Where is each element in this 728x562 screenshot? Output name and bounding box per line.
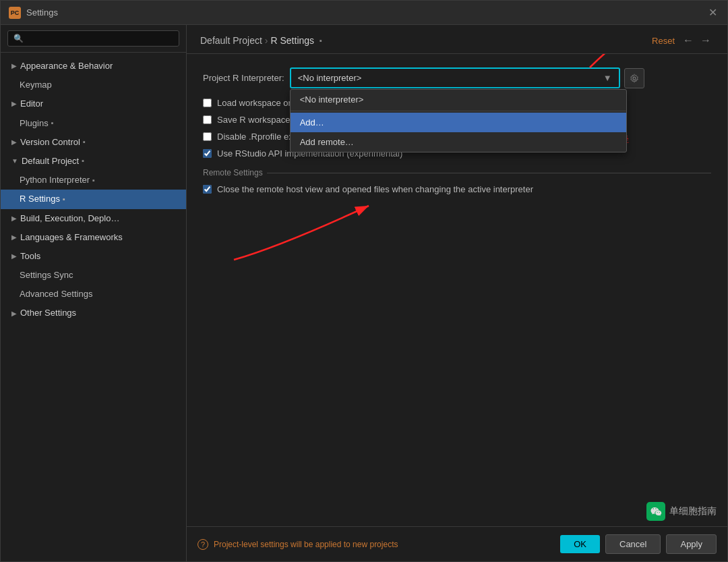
sidebar-label-r-settings: R Settings <box>20 193 60 205</box>
option-add[interactable]: Add… <box>291 113 626 132</box>
window-title: Settings <box>26 7 58 18</box>
interpreter-row: Project R Interpreter: <No interpreter> … <box>203 67 711 88</box>
arrow-icon-tools: ▶ <box>11 252 17 261</box>
settings-body: Project R Interpreter: <No interpreter> … <box>187 54 727 526</box>
cancel-button[interactable]: Cancel <box>605 534 661 554</box>
interpreter-dropdown-popup: <No interpreter> Add… Add remote… <box>290 89 627 152</box>
breadcrumb-separator: › <box>265 35 268 46</box>
sidebar-item-appearance[interactable]: ▶ Appearance & Behavior <box>1 57 186 76</box>
sidebar-item-default-project[interactable]: ▼ Default Project ▪ <box>1 152 186 171</box>
save-workspace-checkbox[interactable] <box>203 115 212 124</box>
sidebar-label-appearance: Appearance & Behavior <box>20 60 113 72</box>
remote-section-label: Remote Settings <box>203 168 263 177</box>
info-text: Project-level settings will be applied t… <box>214 540 398 549</box>
sidebar-label-keymap: Keymap <box>20 79 52 91</box>
r-settings-badge: ▪ <box>63 194 65 204</box>
settings-gear-button[interactable] <box>624 68 644 88</box>
reset-button[interactable]: Reset <box>652 36 675 46</box>
load-workspace-checkbox[interactable] <box>203 99 212 107</box>
main-content: ▶ Appearance & Behavior Keymap ▶ Editor … <box>1 25 727 561</box>
remote-checkbox[interactable] <box>203 185 212 194</box>
arrow-icon-other: ▶ <box>11 309 17 318</box>
nav-forward-button[interactable]: → <box>698 33 714 48</box>
vc-badge: ▪ <box>83 137 86 147</box>
red-arrow-2 <box>214 186 402 266</box>
info-icon: ? <box>198 539 208 550</box>
header-actions: Reset ← → <box>652 33 714 48</box>
sidebar-item-python[interactable]: Python Interpreter ▪ <box>1 171 186 190</box>
arrow-icon: ▶ <box>11 61 17 71</box>
sidebar-item-editor[interactable]: ▶ Editor <box>1 94 186 113</box>
interpreter-value: <No interpreter> <box>298 73 362 83</box>
option-no-interpreter[interactable]: <No interpreter> <box>291 90 626 109</box>
sidebar-item-tools[interactable]: ▶ Tools <box>1 247 186 266</box>
sidebar-item-version-control[interactable]: ▶ Version Control ▪ <box>1 133 186 152</box>
settings-window: PC Settings ✕ ▶ Appearance & Behavior Ke… <box>0 0 728 562</box>
nav-back-button[interactable]: ← <box>680 33 696 48</box>
dropdown-chevron: ▼ <box>603 73 612 83</box>
title-bar: PC Settings ✕ <box>1 1 727 25</box>
search-input[interactable] <box>7 30 179 47</box>
arrow-icon-editor: ▶ <box>11 99 17 109</box>
load-workspace-label: Load workspace on R <box>217 98 302 108</box>
python-badge: ▪ <box>92 175 95 186</box>
apply-button[interactable]: Apply <box>666 534 717 554</box>
ok-button[interactable]: OK <box>560 535 600 553</box>
arrow-icon-build: ▶ <box>11 214 17 223</box>
breadcrumb: Default Project › R Settings ▪ <box>200 35 322 46</box>
sidebar-label-build: Build, Execution, Deplo… <box>20 213 119 225</box>
sidebar-label-other: Other Settings <box>20 307 76 319</box>
dp-badge: ▪ <box>82 156 84 166</box>
main-panel: Default Project › R Settings ▪ Reset ← → <box>187 25 727 561</box>
arrow-icon-lang: ▶ <box>11 233 17 242</box>
bottom-info: ? Project-level settings will be applied… <box>198 539 398 550</box>
option-label: <No interpreter> <box>300 94 364 105</box>
sidebar-label-settings-sync: Settings Sync <box>20 269 73 281</box>
gear-icon <box>630 74 639 83</box>
use-rstudio-checkbox[interactable] <box>203 149 212 158</box>
plugins-badge: ▪ <box>51 118 54 128</box>
watermark-text: 单细胞指南 <box>669 505 717 517</box>
breadcrumb-badge: ▪ <box>320 36 322 45</box>
sidebar-label-advanced: Advanced Settings <box>20 288 92 300</box>
remote-settings-section: Remote Settings Close the remote host vi… <box>203 168 711 194</box>
search-bar <box>1 25 186 53</box>
arrow-icon-vc: ▶ <box>11 138 17 147</box>
option-add-remote[interactable]: Add remote… <box>291 132 626 152</box>
interpreter-label: Project R Interpreter: <box>203 73 284 83</box>
option-label-add: Add… <box>300 117 324 128</box>
remote-section-header: Remote Settings <box>203 168 711 177</box>
sidebar-label-vc: Version Control <box>20 136 80 148</box>
remote-checkbox-label: Close the remote host view and opened fi… <box>217 184 533 194</box>
remote-checkbox-row: Close the remote host view and opened fi… <box>203 184 711 194</box>
main-header: Default Project › R Settings ▪ Reset ← → <box>187 25 727 54</box>
sidebar-label-tools: Tools <box>20 250 40 262</box>
wechat-icon <box>646 502 665 521</box>
sidebar-item-advanced[interactable]: Advanced Settings <box>1 285 186 304</box>
close-button[interactable]: ✕ <box>708 7 719 18</box>
sidebar-label-plugins: Plugins <box>20 117 49 130</box>
sidebar-item-keymap[interactable]: Keymap <box>1 76 186 94</box>
sidebar-item-r-settings[interactable]: R Settings ▪ <box>1 190 186 208</box>
watermark: 单细胞指南 <box>646 502 717 521</box>
sidebar-label-editor: Editor <box>20 98 43 110</box>
nav-arrows: ← → <box>680 33 714 48</box>
bottom-actions: OK Cancel Apply <box>560 534 717 554</box>
breadcrumb-parent: Default Project <box>200 35 262 46</box>
sidebar-item-settings-sync[interactable]: Settings Sync <box>1 266 186 285</box>
interpreter-select[interactable]: <No interpreter> ▼ <box>290 67 620 88</box>
interpreter-dropdown[interactable]: <No interpreter> ▼ <No interpreter> Add… <box>290 67 620 88</box>
sidebar-label-dp: Default Project <box>22 155 79 167</box>
disable-rprofile-checkbox[interactable] <box>203 132 212 141</box>
disable-rprofile-label: Disable .Rprofile ex <box>217 132 293 142</box>
breadcrumb-current: R Settings <box>271 35 315 46</box>
sidebar-item-languages[interactable]: ▶ Languages & Frameworks <box>1 228 186 247</box>
sidebar: ▶ Appearance & Behavior Keymap ▶ Editor … <box>1 25 187 561</box>
sidebar-item-other[interactable]: ▶ Other Settings <box>1 304 186 322</box>
sidebar-item-build[interactable]: ▶ Build, Execution, Deplo… <box>1 209 186 228</box>
sidebar-nav: ▶ Appearance & Behavior Keymap ▶ Editor … <box>1 53 186 561</box>
arrow-icon-dp: ▼ <box>11 157 18 166</box>
sidebar-item-plugins[interactable]: Plugins ▪ <box>1 114 186 133</box>
app-icon: PC <box>9 7 21 19</box>
dropdown-divider <box>291 111 626 111</box>
